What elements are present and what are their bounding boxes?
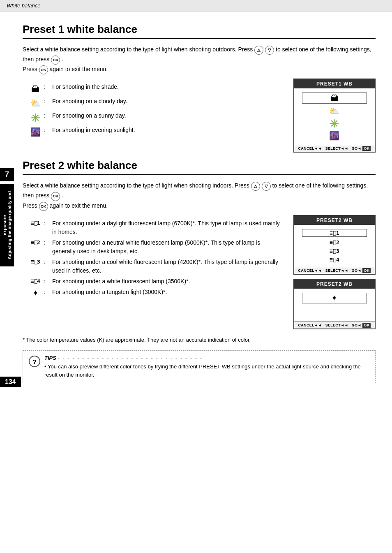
preset2-divider (23, 174, 376, 175)
page-number: 134 (0, 377, 21, 387)
tips-content: TIPS - - - - - - - - - - - - - - - - - -… (44, 355, 369, 379)
screen-item: 🌆 (302, 131, 367, 141)
screen-item: ≡⃝4 (302, 257, 367, 263)
tips-box: ? TIPS - - - - - - - - - - - - - - - - -… (23, 350, 376, 383)
preset2-screen1-header: PRESET2 WB (294, 216, 375, 225)
preset1-title: Preset 1 white balance (23, 23, 376, 36)
preset1-divider (23, 38, 376, 39)
ok-icon4: OK (39, 202, 48, 211)
preset2-screen1-footer: CANCEL◄◄ SELECT◄◄ GO◄ OK (294, 267, 375, 274)
ok-label: OK (362, 146, 371, 151)
ok-button-icon2: OK (39, 65, 48, 74)
preset1-camera-display: PRESET1 WB 🏔 ⛅ ✳️ 🌆 CANCEL◄◄ SELECT◄◄ GO… (293, 79, 376, 153)
button-icon-up: △ (254, 46, 263, 55)
preset2-intro: Select a white balance setting according… (23, 181, 376, 211)
ok-icon3: OK (51, 192, 60, 201)
screen-item-selected: ≡⃝1 (302, 229, 367, 237)
fluor3-icon: ≡⃝3 (27, 258, 44, 266)
fluor1-icon: ≡⃝1 (27, 219, 44, 227)
preset2-screens: PRESET2 WB ≡⃝1 ≡⃝2 ≡⃝3 ≡⃝4 CANCEL◄◄ SELE… (293, 215, 376, 329)
sunny-icon: ✳️ (27, 111, 44, 124)
list-item: 🏔 : For shooting in the shade. (27, 83, 285, 95)
preset1-items: 🏔 : For shooting in the shade. ⛅ : For s… (27, 83, 285, 138)
button-down-icon: ▽ (262, 182, 271, 191)
preset1-section: Preset 1 white balance Select a white ba… (23, 23, 376, 153)
preset1-screen-body: 🏔 ⛅ ✳️ 🌆 (294, 88, 375, 145)
evening-icon: 🌆 (27, 126, 44, 138)
button-icon-down: ▽ (265, 46, 274, 55)
preset2-content: ≡⃝1 : For shooting under a daylight fluo… (23, 215, 376, 329)
preset1-screen-footer: CANCEL◄◄ SELECT◄◄ GO◄ OK (294, 145, 375, 152)
list-item: ≡⃝3 : For shooting under a cool white fl… (27, 258, 285, 275)
fluor4-icon: ≡⃝4 (27, 277, 44, 285)
tips-title: TIPS - - - - - - - - - - - - - - - - - -… (44, 355, 369, 361)
preset2-screen2-body: ✦ (294, 289, 375, 322)
footnote: * The color temperature values (K) are a… (23, 336, 376, 344)
preset1-screen-header: PRESET1 WB (294, 79, 375, 88)
screen-item: ⛅ (302, 106, 367, 116)
breadcrumb: White balance (0, 0, 392, 12)
tungsten-icon: ✦ (27, 288, 44, 299)
screen-item-selected: 🏔 (302, 93, 367, 104)
list-item: ✦ : For shooting under a tungsten light … (27, 288, 285, 299)
ok-label: OK (362, 268, 371, 273)
preset1-screen: PRESET1 WB 🏔 ⛅ ✳️ 🌆 CANCEL◄◄ SELECT◄◄ GO… (293, 79, 376, 153)
screen-item: ≡⃝2 (302, 239, 367, 245)
tips-text: • You can also preview different color t… (44, 363, 369, 379)
list-item: ⛅ : For shooting on a cloudy day. (27, 97, 285, 109)
list-item: 🌆 : For shooting in evening sunlight. (27, 126, 285, 138)
preset2-icon-list: ≡⃝1 : For shooting under a daylight fluo… (23, 215, 285, 303)
screen-item-selected: ✦ (302, 293, 367, 303)
ok-label: OK (362, 323, 371, 328)
button-up-icon: △ (251, 182, 260, 191)
preset2-screen2-footer: CANCEL◄◄ SELECT◄◄ GO◄ OK (294, 322, 375, 329)
preset1-intro: Select a white balance setting according… (23, 45, 376, 74)
ok-button-icon: OK (51, 56, 60, 65)
fluor2-icon: ≡⃝2 (27, 238, 44, 247)
preset2-screen1-body: ≡⃝1 ≡⃝2 ≡⃝3 ≡⃝4 (294, 225, 375, 267)
side-tab-text: Adjusting the image quality and exposure (0, 184, 14, 266)
preset1-icon-list: 🏔 : For shooting in the shade. ⛅ : For s… (23, 79, 285, 142)
preset2-screen2-header: PRESET2 WB (294, 280, 375, 289)
screen-item: ✳️ (302, 118, 367, 128)
preset1-content: 🏔 : For shooting in the shade. ⛅ : For s… (23, 79, 376, 153)
breadcrumb-text: White balance (7, 2, 40, 9)
side-tab-number: 7 (0, 168, 14, 181)
list-item: ≡⃝1 : For shooting under a daylight fluo… (27, 219, 285, 236)
shade-icon: 🏔 (27, 83, 44, 95)
cloudy-icon: ⛅ (27, 97, 44, 109)
tips-icon: ? (29, 356, 40, 367)
list-item: ≡⃝4 : For shooting under a white fluores… (27, 277, 285, 286)
preset2-items: ≡⃝1 : For shooting under a daylight fluo… (27, 219, 285, 299)
preset2-screen1: PRESET2 WB ≡⃝1 ≡⃝2 ≡⃝3 ≡⃝4 CANCEL◄◄ SELE… (293, 215, 376, 275)
list-item: ✳️ : For shooting on a sunny day. (27, 111, 285, 124)
screen-item: ≡⃝3 (302, 248, 367, 254)
list-item: ≡⃝2 : For shooting under a neutral white… (27, 238, 285, 256)
preset2-title: Preset 2 white balance (23, 159, 376, 172)
preset2-screen2: PRESET2 WB ✦ CANCEL◄◄ SELECT◄◄ GO◄ OK (293, 279, 376, 329)
preset2-section: Preset 2 white balance Select a white ba… (23, 159, 376, 383)
